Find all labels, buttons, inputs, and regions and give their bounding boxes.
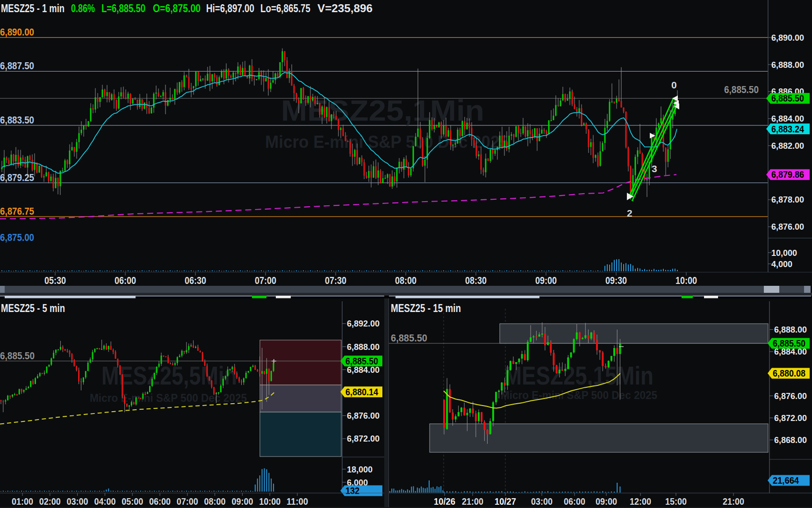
svg-text:21:00: 21:00 — [723, 496, 744, 507]
svg-text:06:00: 06:00 — [115, 275, 136, 286]
svg-text:6,878.00: 6,878.00 — [771, 195, 804, 204]
svg-text:6,890.00: 6,890.00 — [771, 33, 804, 43]
svg-text:10,000: 10,000 — [771, 248, 797, 258]
svg-text:05:30: 05:30 — [44, 275, 66, 286]
svg-text:6,887.50: 6,887.50 — [0, 60, 34, 72]
svg-text:6,868.00: 6,868.00 — [774, 435, 807, 445]
svg-text:MESZ25,15Min: MESZ25,15Min — [504, 361, 654, 390]
svg-text:06:30: 06:30 — [185, 275, 206, 286]
svg-text:08:00: 08:00 — [204, 496, 226, 507]
svg-text:132: 132 — [345, 486, 359, 496]
svg-text:Micro E-mini S&P 500 Dec 2025: Micro E-mini S&P 500 Dec 2025 — [90, 392, 247, 404]
svg-text:11:00: 11:00 — [287, 496, 308, 507]
svg-text:06:00: 06:00 — [149, 496, 171, 507]
svg-text:Lo=6,865.75: Lo=6,865.75 — [260, 2, 310, 15]
svg-text:08:30: 08:30 — [465, 275, 487, 286]
svg-text:6,888.00: 6,888.00 — [771, 60, 804, 70]
svg-text:02:00: 02:00 — [39, 496, 61, 507]
svg-text:6,875.00: 6,875.00 — [0, 232, 34, 243]
svg-text:O=6,875.00: O=6,875.00 — [153, 2, 201, 15]
svg-text:MESZ25,1Min: MESZ25,1Min — [281, 94, 484, 127]
svg-text:6,879.86: 6,879.86 — [771, 169, 804, 180]
svg-text:0: 0 — [671, 80, 677, 90]
svg-text:6,880.14: 6,880.14 — [345, 387, 378, 397]
svg-text:Micro E-mini S&P 500 Dec 2025: Micro E-mini S&P 500 Dec 2025 — [501, 389, 657, 401]
svg-text:03:00: 03:00 — [67, 496, 88, 507]
svg-text:Hi=6,897.00: Hi=6,897.00 — [206, 2, 254, 15]
svg-text:6,876.75: 6,876.75 — [0, 206, 34, 217]
svg-text:04:00: 04:00 — [94, 496, 115, 507]
svg-text:6,872.00: 6,872.00 — [774, 414, 807, 423]
svg-text:MESZ25 - 1 min: MESZ25 - 1 min — [1, 2, 65, 15]
svg-text:01:00: 01:00 — [12, 496, 33, 507]
svg-text:09:30: 09:30 — [605, 275, 627, 286]
svg-text:07:00: 07:00 — [255, 275, 276, 286]
svg-text:3: 3 — [652, 163, 657, 174]
svg-text:4,000: 4,000 — [771, 260, 792, 269]
svg-text:6,884.00: 6,884.00 — [347, 365, 380, 375]
svg-text:6,882.00: 6,882.00 — [771, 141, 804, 151]
svg-text:07:30: 07:30 — [325, 275, 346, 286]
svg-text:08:00: 08:00 — [395, 275, 417, 286]
svg-text:6,879.25: 6,879.25 — [0, 172, 34, 183]
svg-text:6,888.00: 6,888.00 — [347, 342, 380, 352]
svg-text:6,876.00: 6,876.00 — [774, 392, 807, 401]
svg-text:09:00: 09:00 — [231, 496, 253, 507]
svg-text:6,884.00: 6,884.00 — [771, 114, 804, 123]
svg-text:6,876.00: 6,876.00 — [771, 222, 804, 232]
svg-text:07:00: 07:00 — [177, 496, 198, 507]
svg-text:6,885.50: 6,885.50 — [0, 350, 35, 362]
svg-text:21:00: 21:00 — [462, 496, 483, 507]
svg-text:18,000: 18,000 — [347, 465, 373, 474]
svg-text:0.86%: 0.86% — [71, 2, 95, 15]
svg-text:6,885.50: 6,885.50 — [773, 338, 805, 348]
svg-text:10:00: 10:00 — [259, 496, 280, 507]
svg-text:2: 2 — [627, 208, 632, 218]
svg-text:6,883.24: 6,883.24 — [771, 124, 804, 134]
svg-text:15:00: 15:00 — [665, 496, 687, 507]
svg-text:6,885.50: 6,885.50 — [345, 356, 378, 366]
svg-text:06:00: 06:00 — [564, 496, 585, 507]
svg-text:6,885.50: 6,885.50 — [391, 333, 427, 344]
svg-text:MESZ25 - 5 min: MESZ25 - 5 min — [1, 302, 65, 314]
svg-text:12:00: 12:00 — [630, 496, 651, 507]
svg-text:6,872.00: 6,872.00 — [347, 434, 380, 443]
svg-text:6,883.50: 6,883.50 — [0, 115, 34, 126]
svg-text:05:00: 05:00 — [122, 496, 143, 507]
svg-text:10/27: 10/27 — [495, 496, 516, 507]
svg-text:10/26: 10/26 — [434, 496, 455, 507]
svg-text:6,892.00: 6,892.00 — [347, 319, 380, 328]
svg-text:6,885.50: 6,885.50 — [771, 93, 804, 103]
svg-text:V=235,896: V=235,896 — [317, 2, 373, 15]
svg-text:6,888.00: 6,888.00 — [774, 325, 807, 334]
svg-text:6,880.08: 6,880.08 — [773, 368, 805, 378]
svg-text:MESZ25 - 15 min: MESZ25 - 15 min — [391, 302, 461, 314]
svg-text:03:00: 03:00 — [531, 496, 553, 507]
svg-text:21,664: 21,664 — [773, 475, 799, 486]
svg-text:6,885.50: 6,885.50 — [724, 84, 759, 95]
svg-text:6,890.00: 6,890.00 — [0, 27, 34, 38]
svg-text:09:00: 09:00 — [535, 275, 557, 286]
svg-text:L=6,885.50: L=6,885.50 — [101, 2, 145, 15]
svg-text:6,876.00: 6,876.00 — [347, 411, 380, 421]
svg-text:10:00: 10:00 — [675, 275, 697, 286]
svg-text:09:00: 09:00 — [596, 496, 617, 507]
